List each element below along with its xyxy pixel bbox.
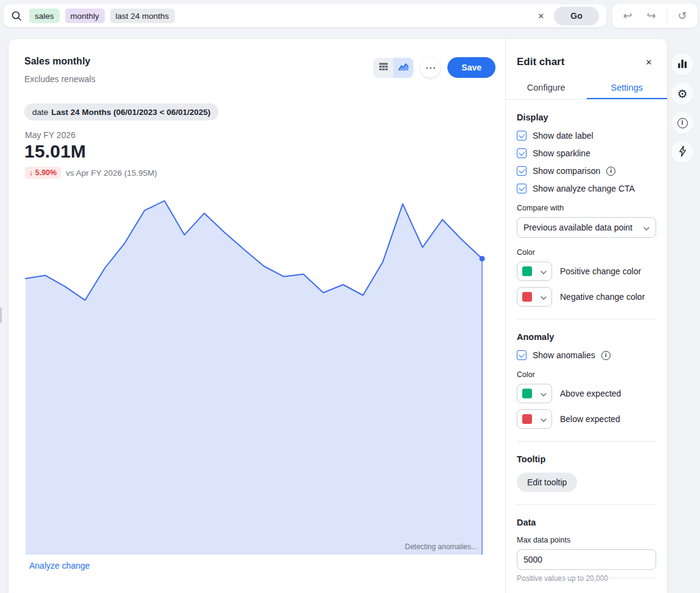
show-date-label-checkbox[interactable]: Show date label (517, 131, 656, 140)
checkbox-checked-icon (517, 131, 527, 140)
chart-view-button[interactable] (393, 58, 413, 78)
max-data-points-input[interactable] (517, 549, 656, 570)
checkbox-checked-icon (517, 184, 527, 193)
search-token-sales[interactable]: sales (29, 9, 60, 23)
info-icon[interactable]: i (601, 351, 611, 360)
search-bar[interactable]: sales monthly last 24 months ✕ Go (4, 4, 606, 27)
positive-color-row: Positive change color (517, 262, 656, 281)
info-icon: i (677, 118, 688, 128)
viz-header: Sales monthly Excludes renewals (24, 56, 495, 84)
reset-button[interactable]: ↺ (674, 7, 691, 24)
insights-button[interactable] (671, 141, 693, 163)
negative-color-row: Negative change color (517, 287, 656, 307)
anomaly-color-label: Color (517, 370, 656, 379)
panel-resize-handle[interactable] (0, 307, 2, 323)
compare-with-dropdown[interactable]: Previous available data point (517, 217, 656, 238)
edit-chart-panel: Edit chart ✕ Configure Settings Display … (505, 39, 667, 593)
analyze-change-link[interactable]: Analyze change (29, 561, 90, 570)
table-icon (379, 62, 388, 73)
color-swatch (522, 266, 532, 276)
undo-button[interactable]: ↩ (619, 7, 636, 24)
settings-button[interactable]: ⚙ (671, 83, 693, 105)
search-token-last-24-months[interactable]: last 24 months (110, 9, 175, 23)
display-color-label: Color (517, 248, 656, 257)
above-expected-label: Above expected (560, 389, 621, 398)
go-button[interactable]: Go (554, 7, 599, 25)
answer-card: Sales monthly Excludes renewals (9, 39, 667, 593)
show-anomalies-checkbox[interactable]: Show anomalies i (517, 350, 656, 360)
above-expected-color-dropdown[interactable] (517, 384, 552, 403)
answer-subtitle: Excludes renewals (24, 74, 96, 84)
tab-settings[interactable]: Settings (587, 78, 668, 99)
kpi-value: 15.01M (24, 141, 86, 162)
show-analyze-change-cta-checkbox[interactable]: Show analyze change CTA (517, 184, 656, 193)
kpi-date-label: May FY 2026 (25, 130, 75, 140)
dropdown-selected-value: Previous available data point (523, 223, 640, 232)
filter-chip-prefix: date (32, 108, 48, 117)
checkbox-label: Show sparkline (533, 148, 590, 158)
panel-header: Edit chart ✕ (517, 55, 656, 69)
color-swatch (522, 414, 532, 424)
viz-controls: ⋯ Save (373, 57, 495, 78)
checkbox-label: Show analyze change CTA (533, 184, 635, 193)
display-heading: Display (517, 113, 656, 122)
redo-button[interactable]: ↪ (643, 7, 660, 24)
redo-icon: ↪ (646, 10, 656, 22)
below-expected-row: Below expected (517, 409, 656, 429)
checkbox-checked-icon (517, 166, 527, 176)
chevron-down-icon (541, 389, 547, 398)
more-options-button[interactable]: ⋯ (420, 57, 441, 78)
checkbox-checked-icon (517, 350, 527, 360)
checkbox-label: Show anomalies (533, 350, 595, 360)
clear-search-button[interactable]: ✕ (533, 8, 549, 24)
change-badge: ↓ 5.90% (25, 167, 61, 179)
top-bar: sales monthly last 24 months ✕ Go ↩ ↪ ↺ (0, 0, 700, 32)
search-token-monthly[interactable]: monthly (65, 9, 105, 23)
divider (517, 578, 656, 578)
sparkline-chart[interactable]: Detecting anomalies... (26, 198, 482, 555)
checkbox-label: Show date label (533, 131, 593, 140)
color-swatch (522, 292, 532, 302)
filter-chip-value: Last 24 Months (06/01/2023 < 06/01/2025) (51, 108, 211, 117)
undo-icon: ↩ (623, 10, 632, 22)
close-panel-button[interactable]: ✕ (642, 55, 656, 69)
data-heading: Data (517, 518, 656, 527)
show-comparison-checkbox[interactable]: Show comparison i (517, 166, 656, 176)
table-view-button[interactable] (373, 58, 393, 78)
compare-with-label: Compare with (517, 204, 656, 212)
date-filter-chip[interactable]: date Last 24 Months (06/01/2023 < 06/01/… (24, 103, 219, 120)
endpoint-marker (480, 256, 485, 262)
panel-title: Edit chart (517, 56, 564, 68)
details-button[interactable]: i (671, 112, 693, 134)
tooltip-heading: Tooltip (517, 454, 656, 464)
show-sparkline-checkbox[interactable]: Show sparkline (517, 148, 656, 158)
chevron-down-icon (643, 223, 649, 232)
edit-tooltip-button[interactable]: Edit tooltip (517, 473, 577, 492)
negative-color-dropdown[interactable] (517, 287, 552, 307)
visualization-section: Sales monthly Excludes renewals (9, 39, 505, 593)
checkbox-checked-icon (517, 148, 527, 158)
tab-configure[interactable]: Configure (506, 78, 587, 99)
view-toggle (373, 58, 413, 78)
divider (517, 441, 656, 442)
max-data-points-helper: Positive values up to 20,000 (517, 574, 656, 583)
anomaly-heading: Anomaly (517, 332, 656, 342)
divider (667, 9, 667, 23)
search-icon (11, 10, 22, 21)
chevron-down-icon (541, 293, 547, 302)
panel-tabs: Configure Settings (506, 78, 667, 100)
negative-color-label: Negative change color (560, 292, 645, 302)
reset-icon: ↺ (677, 10, 687, 22)
save-button[interactable]: Save (447, 57, 495, 78)
below-expected-color-dropdown[interactable] (517, 409, 552, 429)
max-data-points-label: Max data points (517, 536, 656, 544)
positive-color-dropdown[interactable] (517, 262, 552, 281)
history-controls: ↩ ↪ ↺ (612, 4, 698, 28)
chart-column-icon (677, 58, 688, 71)
chart-options-button[interactable] (671, 54, 693, 75)
chevron-down-icon (541, 267, 547, 276)
gear-icon: ⚙ (677, 88, 687, 100)
color-swatch (522, 389, 532, 398)
info-icon[interactable]: i (606, 167, 615, 176)
ellipsis-icon: ⋯ (425, 63, 436, 73)
